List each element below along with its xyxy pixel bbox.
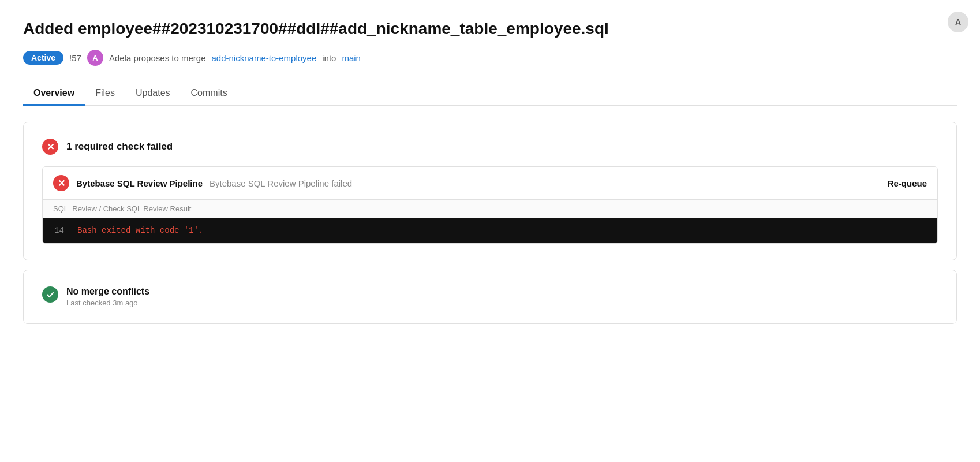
- tab-files[interactable]: Files: [85, 82, 125, 106]
- checks-card: ✕ 1 required check failed ✕ Bytebase SQL…: [23, 122, 957, 260]
- no-conflicts-card: No merge conflicts Last checked 3m ago: [23, 270, 957, 324]
- pipeline-sub-path: SQL_Review / Check SQL Review Result: [43, 199, 937, 218]
- issue-number: !57: [69, 53, 81, 63]
- check-failed-label: 1 required check failed: [66, 141, 173, 152]
- source-branch-link[interactable]: add-nickname-to-employee: [212, 53, 317, 63]
- error-icon: ✕: [42, 139, 58, 155]
- author-avatar: A: [87, 50, 103, 66]
- pipeline-status-text: Bytebase SQL Review Pipeline failed: [210, 178, 352, 188]
- check-header: ✕ 1 required check failed: [42, 139, 938, 155]
- target-branch-link[interactable]: main: [342, 53, 361, 63]
- meta-into-text: into: [322, 53, 336, 63]
- code-text: Bash exited with code '1'.: [77, 226, 203, 235]
- pipeline-box: ✕ Bytebase SQL Review Pipeline Bytebase …: [42, 166, 938, 244]
- pipeline-header: ✕ Bytebase SQL Review Pipeline Bytebase …: [43, 167, 937, 199]
- page-title: Added employee##202310231700##ddl##add_n…: [23, 18, 957, 39]
- no-conflict-text: No merge conflicts Last checked 3m ago: [66, 286, 149, 307]
- no-conflict-subtitle: Last checked 3m ago: [66, 299, 149, 307]
- success-icon: [42, 286, 58, 303]
- tab-updates[interactable]: Updates: [125, 82, 181, 106]
- tabs-bar: Overview Files Updates Commits: [23, 82, 957, 106]
- status-badge: Active: [23, 51, 63, 65]
- tab-commits[interactable]: Commits: [181, 82, 238, 106]
- pipeline-name: Bytebase SQL Review Pipeline: [76, 178, 203, 188]
- code-line-number: 14: [54, 226, 66, 235]
- meta-row: Active !57 A Adela proposes to merge add…: [23, 50, 957, 66]
- pipeline-error-icon: ✕: [53, 175, 69, 191]
- meta-description-prefix: Adela proposes to merge: [109, 53, 206, 63]
- no-conflict-title: No merge conflicts: [66, 286, 149, 297]
- no-conflict-section: No merge conflicts Last checked 3m ago: [42, 286, 938, 307]
- tab-overview[interactable]: Overview: [23, 82, 85, 106]
- corner-user-avatar[interactable]: A: [948, 12, 968, 32]
- requeue-button[interactable]: Re-queue: [888, 178, 927, 188]
- pipeline-header-left: ✕ Bytebase SQL Review Pipeline Bytebase …: [53, 175, 352, 191]
- code-block: 14 Bash exited with code '1'.: [43, 218, 937, 243]
